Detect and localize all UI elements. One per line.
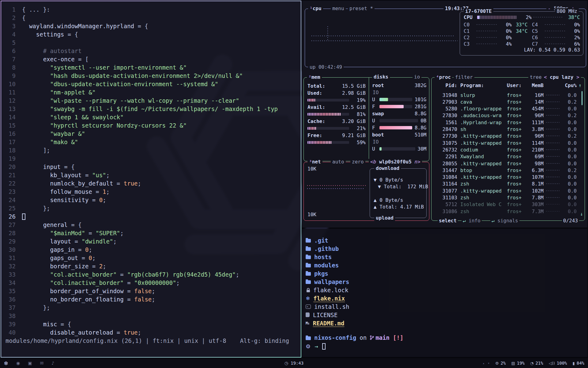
process-row[interactable]: 1561.Hyprland-wrapfros+111M0.0 — [435, 119, 582, 126]
process-row[interactable]: 31447btopfros+6.3M0.2 — [435, 167, 582, 174]
proc-scrollbar-thumb[interactable] — [582, 91, 582, 105]
disk-meter — [379, 119, 418, 122]
code-token: ; — [103, 263, 106, 270]
code-token: 1 — [103, 188, 106, 195]
process-mem: 210M — [526, 147, 544, 153]
process-user: fros+ — [507, 113, 526, 118]
tray-down-icon[interactable]: ▾ — [488, 361, 490, 365]
file-name: .github — [314, 245, 339, 252]
bar-module-volume[interactable]: ◁))100% — [549, 361, 567, 366]
process-row[interactable]: 2291Xwaylandfros+69M0.0 — [435, 153, 582, 160]
process-cpu: 0.0 — [562, 106, 577, 112]
bar-module-battery[interactable]: ▮84% — [573, 361, 584, 366]
process-user: fros+ — [507, 154, 526, 159]
code-token: follow_mouse — [22, 188, 92, 195]
btop-menu-button[interactable]: menu — [331, 6, 346, 12]
process-row[interactable]: 28470shfros+3.8M0.0 — [435, 126, 582, 133]
code-token: "swaybg -m fill -i $(find ~/Pictures/wal… — [22, 105, 278, 112]
process-row[interactable]: 31075.kitty-wrappedfros+114M0.0 — [435, 140, 582, 146]
editor-line: 26 — [1, 213, 301, 221]
browser-icon[interactable]: ◉ — [16, 361, 20, 366]
process-name: .audacious-wra — [460, 113, 507, 118]
proc-selection-count: 0/243 — [562, 218, 579, 224]
disk-meter — [379, 98, 412, 101]
device-next-button[interactable]: n> — [412, 159, 420, 165]
chat-icon[interactable]: ✉ — [40, 361, 44, 366]
tray-up-icon[interactable]: ▴ — [483, 361, 485, 365]
editor-buffer[interactable]: 1{ ... }:2{3 wayland.windowManager.hyprl… — [1, 6, 301, 337]
disk-io-label: IO — [372, 139, 379, 145]
code-token: = [ — [75, 56, 89, 63]
music-icon[interactable]: ♪ — [51, 361, 54, 366]
process-name: .kitty-wrapped — [460, 161, 507, 167]
enter-icon: ↵ — [492, 218, 495, 224]
process-user: fros+ — [507, 167, 526, 173]
code-token: = — [124, 288, 134, 294]
process-name: zsh — [460, 195, 507, 201]
bar-module-cpu[interactable]: ⚙2% — [495, 361, 506, 366]
scroll-down-icon[interactable]: ↓ — [580, 211, 583, 217]
process-row[interactable]: 26732codiumfros+210M0.0 — [435, 146, 582, 153]
mem-history-dots — [546, 128, 560, 131]
disk-row: swap8.8G — [372, 110, 427, 117]
process-user: fros+ — [507, 209, 526, 214]
terminal-icon[interactable]: ▣ — [28, 361, 32, 366]
git-branch-icon — [370, 335, 374, 340]
device-prev-button[interactable]: <b — [370, 159, 379, 165]
net-auto-toggle[interactable]: auto — [331, 159, 346, 165]
editor-line: 35 border_part_of_window = false; — [1, 287, 301, 295]
bar-clock[interactable]: ◷ 19:43 — [285, 361, 303, 366]
process-row[interactable]: 27830.audacious-wrafros+96M0.2 — [435, 112, 582, 119]
code-text: "hash dbus-update-activation-environment… — [22, 72, 243, 80]
line-number: 22 — [1, 179, 16, 188]
interval-decrease-button[interactable]: - — [548, 6, 551, 11]
process-row[interactable]: 31086zshfros+7.3M0.0 — [435, 208, 582, 215]
mem-stat-label: Avail: — [307, 104, 325, 110]
code-token: "col.inactive_border" — [22, 279, 124, 286]
proc-select-button[interactable]: select — [438, 218, 458, 224]
process-row[interactable]: 27903cavafros+14M0.2 — [435, 98, 582, 105]
process-mem: 114M — [526, 140, 544, 146]
process-row[interactable]: 5280.floorp-wrappefros+454M0.0 — [435, 105, 582, 112]
code-text: gaps_in = 0; — [22, 246, 92, 254]
code-token: = — [85, 230, 96, 236]
process-name: .kitty-wrapped — [460, 140, 507, 146]
proc-signals-button[interactable]: ↵ signals — [490, 218, 519, 224]
process-pid: 31075 — [435, 140, 457, 146]
process-row[interactable]: 31103zshfros+7.8M0.0 — [435, 194, 582, 201]
code-text: numlock_by_default = true; — [22, 179, 141, 188]
disk-row: IO — [372, 139, 427, 145]
code-token: sensitivity — [22, 197, 89, 203]
mem-stat-value: 9.21 GiB — [342, 132, 366, 138]
process-name: btop — [460, 167, 507, 173]
process-row[interactable]: 31084.kitty-wrappedfros+107M0.0 — [435, 174, 582, 181]
bar-module-disk[interactable]: ◔21% — [530, 361, 543, 366]
line-number: 30 — [1, 246, 16, 254]
nixos-launcher-icon[interactable]: ❄ — [4, 360, 8, 366]
line-number: 5 — [1, 39, 16, 47]
editor-line: 14 "sleep 1 && swaylock" — [1, 113, 301, 121]
process-row[interactable]: 31077.kitty-wrappedfros+102M0.0 — [435, 187, 582, 194]
process-user: fros+ — [507, 174, 526, 180]
process-cpu: 0.2 — [562, 99, 577, 105]
btop-preset-button[interactable]: preset * — [348, 6, 375, 12]
editor-line: 21 kb_layout = "us"; — [1, 171, 301, 179]
process-mem: 14M — [526, 99, 544, 105]
bar-module-memory[interactable]: ▤19% — [511, 361, 525, 366]
mem-stat-value: 15.5 GiB — [342, 83, 366, 89]
bar-right: ▴▾ ⚙2%▤19%◔21%◁))100%▮84% — [483, 361, 584, 366]
code-token: = — [92, 188, 103, 195]
file-row: pkgs — [306, 269, 328, 278]
net-zero-toggle[interactable]: zero — [350, 159, 365, 165]
book-icon — [306, 312, 310, 317]
process-row[interactable]: 5712Isolated Web Cfros+303M0.0 — [435, 201, 582, 208]
process-row[interactable]: 28055.kitty-wrappedfros+98M0.0 — [435, 160, 582, 167]
proc-info-button[interactable]: ↵ info — [462, 218, 482, 224]
process-row[interactable]: 27730.kitty-wrappedfros+96M0.2 — [435, 133, 582, 140]
shell-input-line[interactable]: ⚙ → — [306, 343, 326, 350]
code-token: { ... }: — [22, 6, 50, 13]
mem-history-dots — [546, 142, 560, 144]
process-row[interactable]: 31164zshfros+8.1M0.0 — [435, 181, 582, 187]
core-load: 0% — [499, 28, 512, 34]
process-row[interactable]: 31948slurpfros+16M0.0 — [435, 92, 582, 98]
